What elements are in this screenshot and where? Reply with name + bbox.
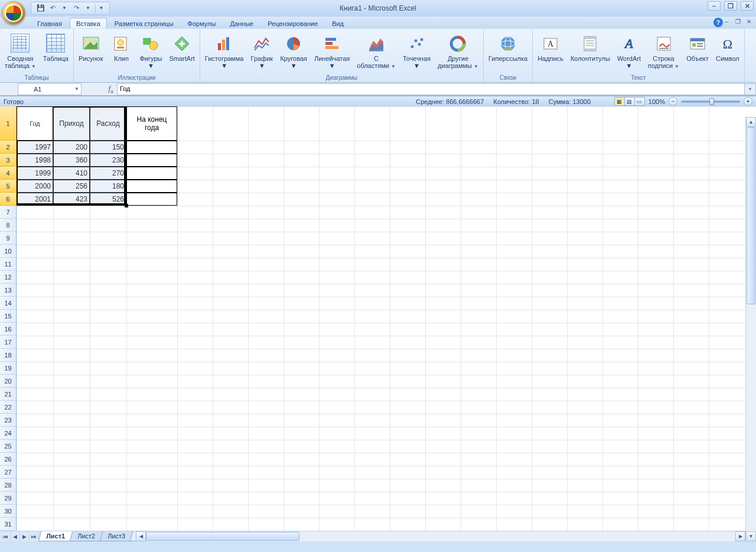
row-header-11[interactable]: 11 xyxy=(0,258,17,271)
office-button[interactable] xyxy=(2,1,25,25)
ribbon-tab-главная[interactable]: Главная xyxy=(31,18,69,28)
header-footer-button[interactable]: Колонтитулы xyxy=(568,32,613,64)
vertical-scrollbar[interactable]: ▲ ▼ xyxy=(745,117,756,541)
row-header-15[interactable]: 15 xyxy=(0,310,17,323)
symbol-button[interactable]: Ω Символ xyxy=(713,32,742,64)
row-header-27[interactable]: 27 xyxy=(0,466,17,479)
cell-D1[interactable]: На конец года xyxy=(126,106,177,141)
scroll-right-button[interactable]: ▶ xyxy=(735,531,745,541)
cell-D5[interactable] xyxy=(126,180,177,193)
row-header-31[interactable]: 31 xyxy=(0,518,17,531)
smartart-button[interactable]: SmartArt xyxy=(166,32,197,64)
cell-C4[interactable]: 270 xyxy=(90,167,126,180)
scroll-left-button[interactable]: ◀ xyxy=(136,531,146,541)
row-header-1[interactable]: 1 xyxy=(0,106,17,141)
ribbon-tab-формулы[interactable]: Формулы xyxy=(181,18,223,28)
scroll-up-button[interactable]: ▲ xyxy=(746,117,756,127)
cell-B6[interactable]: 423 xyxy=(53,193,90,206)
view-page-break-button[interactable]: ▭ xyxy=(634,97,645,106)
row-header-12[interactable]: 12 xyxy=(0,271,17,284)
active-cell[interactable]: Год xyxy=(17,106,53,141)
zoom-slider[interactable] xyxy=(681,100,740,103)
minimize-button[interactable]: – xyxy=(708,1,721,11)
chart-column-button[interactable]: Гистограмма▼ xyxy=(202,32,247,72)
cell-B2[interactable]: 200 xyxy=(53,141,90,154)
cell-A2[interactable]: 1997 xyxy=(17,141,53,154)
cell-C2[interactable]: 150 xyxy=(90,141,126,154)
view-normal-button[interactable]: ▦ xyxy=(614,97,625,106)
doc-close-button[interactable]: ✕ xyxy=(744,17,754,25)
hscroll-thumb[interactable] xyxy=(146,532,299,541)
cell-B3[interactable]: 360 xyxy=(53,154,90,167)
ribbon-tab-вставка[interactable]: Вставка xyxy=(70,18,107,28)
fx-icon[interactable]: fx xyxy=(109,84,113,95)
horizontal-scrollbar[interactable]: ◀ ▶ xyxy=(136,531,745,541)
row-header-22[interactable]: 22 xyxy=(0,401,17,414)
vscroll-thumb[interactable] xyxy=(747,127,755,304)
chart-bar-button[interactable]: Линейчатая▼ xyxy=(311,32,353,72)
row-header-3[interactable]: 3 xyxy=(0,154,17,167)
row-header-23[interactable]: 23 xyxy=(0,414,17,427)
cell-D2[interactable] xyxy=(126,141,177,154)
cell-A4[interactable]: 1999 xyxy=(17,167,53,180)
sheet-nav-last[interactable]: ⏭ xyxy=(30,532,39,541)
sigline-button[interactable]: Строкаподписи ▼ xyxy=(645,32,682,72)
row-header-2[interactable]: 2 xyxy=(0,141,17,154)
sheet-tab-лист1[interactable]: Лист1 xyxy=(38,531,73,541)
name-box-drop-icon[interactable]: ▼ xyxy=(74,86,79,92)
row-header-16[interactable]: 16 xyxy=(0,323,17,336)
row-header-24[interactable]: 24 xyxy=(0,427,17,440)
scroll-down-button[interactable]: ▼ xyxy=(746,531,756,541)
ribbon-tab-разметка-страницы[interactable]: Разметка страницы xyxy=(108,18,180,28)
sheet-tab-лист3[interactable]: Лист3 xyxy=(100,531,133,541)
row-header-21[interactable]: 21 xyxy=(0,388,17,401)
shapes-button[interactable]: Фигуры▼ xyxy=(136,32,165,72)
cell-D6[interactable] xyxy=(126,193,177,206)
row-header-26[interactable]: 26 xyxy=(0,453,17,466)
row-header-28[interactable]: 28 xyxy=(0,479,17,492)
row-header-10[interactable]: 10 xyxy=(0,245,17,258)
row-header-25[interactable]: 25 xyxy=(0,440,17,453)
row-header-17[interactable]: 17 xyxy=(0,336,17,349)
zoom-slider-thumb[interactable] xyxy=(709,98,714,105)
cell-C6[interactable]: 526 xyxy=(90,193,126,206)
restore-button[interactable]: ❐ xyxy=(724,1,737,11)
sheet-nav-next[interactable]: ▶ xyxy=(20,532,30,541)
sheet-nav-first[interactable]: ⏮ xyxy=(1,532,11,541)
cell-C3[interactable]: 230 xyxy=(90,154,126,167)
cell-A5[interactable]: 2000 xyxy=(17,180,53,193)
view-page-layout-button[interactable]: ▤ xyxy=(624,97,635,106)
row-header-30[interactable]: 30 xyxy=(0,505,17,518)
textbox-button[interactable]: A Надпись xyxy=(535,32,566,64)
row-header-6[interactable]: 6 xyxy=(0,193,17,206)
chart-line-button[interactable]: График▼ xyxy=(247,32,276,72)
row-header-5[interactable]: 5 xyxy=(0,180,17,193)
formula-bar-expand[interactable]: ▾ xyxy=(744,83,756,95)
row-header-4[interactable]: 4 xyxy=(0,167,17,180)
undo-drop[interactable]: ▼ xyxy=(60,4,69,13)
cell-C5[interactable]: 180 xyxy=(90,180,126,193)
redo-drop[interactable]: ▼ xyxy=(83,4,93,13)
cell-B1[interactable]: Приход xyxy=(53,106,90,141)
row-header-8[interactable]: 8 xyxy=(0,219,17,232)
cell-A6[interactable]: 2001 xyxy=(17,193,53,206)
cell-B5[interactable]: 256 xyxy=(53,180,90,193)
row-header-7[interactable]: 7 xyxy=(0,206,17,219)
cell-D4[interactable] xyxy=(126,167,177,180)
formula-input[interactable]: Год xyxy=(117,83,744,95)
chart-scatter-button[interactable]: Точечная▼ xyxy=(400,32,434,72)
row-header-13[interactable]: 13 xyxy=(0,284,17,297)
wordart-button[interactable]: A WordArt▼ xyxy=(614,32,644,72)
cell-B4[interactable]: 410 xyxy=(53,167,90,180)
hyperlink-button[interactable]: Гиперссылка xyxy=(485,32,530,64)
doc-restore-button[interactable]: ❐ xyxy=(733,17,742,25)
qat-customize[interactable]: ▼ xyxy=(95,4,105,13)
pivot-table-button[interactable]: Своднаятаблица ▼ xyxy=(2,32,39,72)
row-header-29[interactable]: 29 xyxy=(0,492,17,505)
cell-A3[interactable]: 1998 xyxy=(17,154,53,167)
row-header-14[interactable]: 14 xyxy=(0,297,17,310)
doc-minimize-button[interactable]: – xyxy=(722,17,731,25)
undo-icon[interactable]: ↶ xyxy=(48,4,57,13)
redo-icon[interactable]: ↷ xyxy=(71,4,81,13)
sheet-nav-prev[interactable]: ◀ xyxy=(11,532,20,541)
